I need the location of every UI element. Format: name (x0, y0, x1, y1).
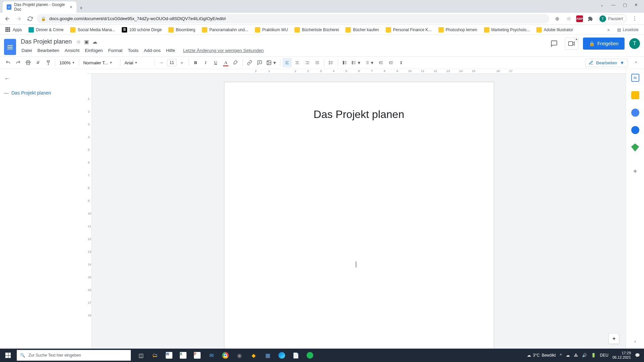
bookmark-item[interactable]: Personal Finance K... (383, 26, 434, 34)
hide-sidepanel-icon[interactable]: › (634, 339, 636, 344)
bulleted-list-button[interactable]: ▼ (350, 58, 363, 67)
increase-indent-button[interactable] (386, 58, 396, 67)
docs-logo-icon[interactable] (4, 39, 16, 55)
menu-format[interactable]: Format (106, 47, 124, 54)
tray-expand-icon[interactable]: ^ (560, 353, 562, 358)
onedrive-tray-icon[interactable]: ☁ (566, 353, 570, 358)
maximize-window-icon[interactable]: ▢ (623, 2, 627, 7)
menu-tools[interactable]: Tools (126, 47, 141, 54)
menu-hilfe[interactable]: Hilfe (164, 47, 177, 54)
profile-badge[interactable]: T Pausiert (598, 14, 627, 23)
word-icon[interactable]: W (162, 349, 176, 362)
keep-sidepanel-icon[interactable] (631, 91, 639, 99)
last-edit-status[interactable]: Letzte Änderung vor wenigen Sekunden (181, 47, 266, 54)
collapse-toolbar-icon[interactable]: ^ (631, 58, 641, 67)
powerpoint-icon[interactable]: P (191, 349, 204, 362)
horizontal-ruler[interactable]: 2 1 1 2 3 4 5 6 7 8 9 10 11 12 13 14 15 … (87, 69, 626, 74)
weather-widget[interactable]: ☁ 3°C Bewölkt (527, 353, 556, 358)
menu-bearbeiten[interactable]: Bearbeiten (36, 47, 61, 54)
paint-format-button[interactable] (44, 58, 53, 67)
forward-button[interactable] (14, 14, 23, 23)
apps-button[interactable]: Apps (3, 26, 24, 34)
text-color-button[interactable]: A (221, 58, 230, 67)
mail-icon[interactable]: ✉ (205, 349, 218, 362)
insert-comment-button[interactable] (255, 58, 264, 67)
clock[interactable]: 17:29 06.12.2021 (612, 351, 631, 360)
obs-icon[interactable]: ◉ (233, 349, 246, 362)
close-window-icon[interactable]: ✕ (634, 2, 638, 7)
bookmark-item[interactable]: Panoramabahn und... (199, 26, 251, 34)
contacts-sidepanel-icon[interactable] (631, 126, 639, 134)
redo-button[interactable] (13, 58, 23, 67)
outline-heading-item[interactable]: — Das Projekt planen (4, 90, 83, 96)
cloud-status-icon[interactable]: ☁ (92, 39, 97, 45)
share-button[interactable]: 🔒 Freigeben (583, 38, 625, 50)
app-icon[interactable]: ▦ (261, 349, 274, 362)
document-page[interactable]: Das Projekt planen (224, 82, 494, 349)
print-button[interactable] (23, 58, 33, 67)
app-icon[interactable]: ◆ (247, 349, 260, 362)
volume-tray-icon[interactable]: 🔊 (582, 353, 587, 358)
bookmark-item[interactable]: Bücher kaufen (343, 26, 381, 34)
bookmark-item[interactable]: Social Media Mana... (67, 26, 118, 34)
excel-icon[interactable]: X (176, 349, 190, 362)
numbered-list-button[interactable]: ▼ (363, 58, 376, 67)
clear-formatting-button[interactable] (396, 58, 406, 67)
explore-button[interactable]: ✦ (608, 333, 619, 344)
bookmarks-overflow-icon[interactable]: » (607, 27, 610, 32)
menu-einfuegen[interactable]: Einfügen (83, 47, 105, 54)
decrease-indent-button[interactable] (376, 58, 386, 67)
star-icon[interactable]: ☆ (76, 39, 81, 45)
line-spacing-button[interactable] (326, 58, 336, 67)
align-center-button[interactable] (292, 58, 302, 67)
outline-close-icon[interactable]: ← (4, 75, 83, 82)
install-app-icon[interactable]: ⊕ (553, 15, 561, 23)
document-title[interactable]: Das Projekt planen (19, 38, 73, 46)
editing-mode-dropdown[interactable]: Bearbeiten ▼ (585, 59, 628, 67)
italic-button[interactable]: I (201, 58, 210, 67)
calendar-sidepanel-icon[interactable] (631, 74, 639, 82)
bookmark-star-icon[interactable]: ☆ (565, 15, 573, 23)
underline-button[interactable]: U (211, 58, 220, 67)
chrome-tab-search-icon[interactable]: ⌄ (600, 2, 604, 7)
tasks-sidepanel-icon[interactable] (631, 109, 639, 117)
bookmark-item[interactable]: Praktikum WU (252, 26, 291, 34)
bookmark-item[interactable]: Photoshop lernen (436, 26, 480, 34)
insert-link-button[interactable] (245, 58, 254, 67)
move-icon[interactable]: ▣ (84, 39, 89, 45)
bookmark-item[interactable]: Marketing Psycholo... (481, 26, 533, 34)
font-size-input[interactable] (167, 59, 176, 66)
browser-tab-active[interactable]: ≡ Das Projekt planen - Google Doc × (3, 1, 76, 13)
menu-addons[interactable]: Add-ons (142, 47, 163, 54)
new-tab-button[interactable]: + (76, 3, 86, 13)
insert-image-button[interactable]: ▼ (265, 58, 278, 67)
bookmark-item[interactable]: Bloomberg (166, 26, 198, 34)
bookmark-item[interactable]: Bücherliste Bücherei (292, 26, 341, 34)
align-left-button[interactable] (282, 58, 292, 67)
align-right-button[interactable] (303, 58, 312, 67)
language-indicator[interactable]: DEU (600, 353, 608, 358)
network-tray-icon[interactable]: 🖧 (574, 353, 578, 358)
url-field[interactable]: 🔒 docs.google.com/document/d/1csG0dee95x… (37, 14, 549, 23)
abp-extension-icon[interactable]: ABP (576, 15, 583, 22)
user-avatar[interactable]: T (629, 38, 640, 49)
menu-datei[interactable]: Datei (19, 47, 34, 54)
notepad-icon[interactable]: 📄 (289, 349, 303, 362)
edge-icon[interactable] (275, 349, 288, 362)
notifications-tray-icon[interactable]: 💬 (635, 353, 640, 358)
spotify-icon[interactable] (303, 349, 317, 362)
file-explorer-icon[interactable]: 🗂 (148, 349, 162, 362)
task-view-icon[interactable]: ◫ (134, 349, 148, 362)
taskbar-search[interactable]: 🔍 Zur Suche Text hier eingeben (17, 350, 131, 361)
bookmark-item[interactable]: Adobe Illustrator (534, 26, 576, 34)
maps-sidepanel-icon[interactable] (631, 143, 639, 152)
chrome-menu-icon[interactable]: ⋮ (630, 15, 639, 22)
decrease-font-button[interactable]: − (157, 58, 166, 67)
bookmark-item[interactable]: B100 schöne Dinge (119, 26, 164, 34)
spellcheck-button[interactable] (34, 58, 43, 67)
bold-button[interactable]: B (191, 58, 200, 67)
minimize-window-icon[interactable]: — (611, 2, 615, 7)
start-button[interactable] (0, 349, 16, 362)
addons-sidepanel-icon[interactable]: + (633, 168, 637, 175)
zoom-dropdown[interactable]: 100%▼ (57, 60, 77, 65)
